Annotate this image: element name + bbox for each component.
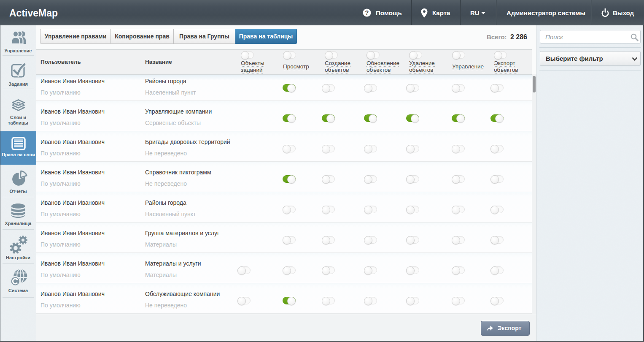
svg-text:?: ? [365, 9, 369, 16]
